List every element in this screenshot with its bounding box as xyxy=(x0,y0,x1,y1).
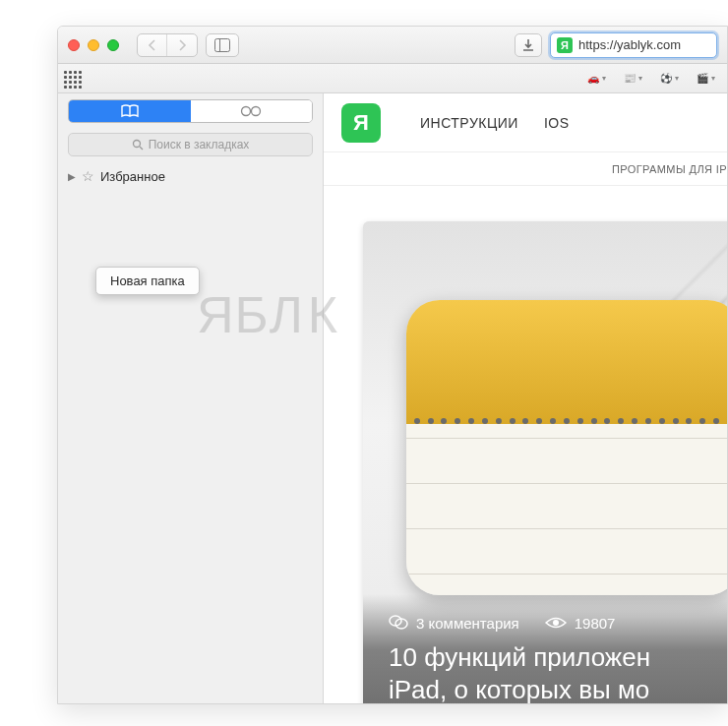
comments-count[interactable]: 3 комментария xyxy=(389,614,519,632)
context-menu-new-folder[interactable]: Новая папка xyxy=(110,273,185,288)
subnav-programs[interactable]: ПРОГРАММЫ ДЛЯ IP xyxy=(612,163,727,175)
search-placeholder: Поиск в закладках xyxy=(149,138,250,151)
extension-news[interactable]: 📰▾ xyxy=(624,73,642,84)
svg-line-6 xyxy=(140,147,143,150)
bookmarks-tab[interactable] xyxy=(69,100,191,122)
web-content: Я ИНСТРУКЦИИ IOS ПРОГРАММЫ ДЛЯ IP xyxy=(324,93,727,703)
svg-point-4 xyxy=(252,107,261,116)
reading-list-tab[interactable] xyxy=(191,100,313,122)
article-overlay: 3 комментария 19807 10 функций приложен … xyxy=(363,594,727,703)
book-icon xyxy=(120,104,140,118)
glasses-icon xyxy=(240,105,262,117)
nav-back-forward xyxy=(137,33,198,57)
titlebar: Я https://yablyk.com xyxy=(58,27,727,64)
clapper-icon: 🎬 xyxy=(697,73,708,84)
address-bar[interactable]: Я https://yablyk.com xyxy=(550,32,717,58)
nav-instructions[interactable]: ИНСТРУКЦИИ xyxy=(420,115,518,131)
minimize-window-button[interactable] xyxy=(88,39,99,51)
content-area: Поиск в закладках ▶ ☆ Избранное Новая па… xyxy=(58,93,727,703)
site-subnav: ПРОГРАММЫ ДЛЯ IP xyxy=(324,152,727,186)
article-headline: 10 функций приложен iPad, о которых вы м… xyxy=(389,641,727,703)
svg-point-3 xyxy=(242,107,251,116)
context-menu: Новая папка xyxy=(95,267,200,295)
zoom-window-button[interactable] xyxy=(107,39,119,51)
window-controls xyxy=(68,39,119,51)
downloads-button[interactable] xyxy=(515,33,542,57)
notes-app-icon xyxy=(406,300,727,595)
bookmarks-sidebar: Поиск в закладках ▶ ☆ Избранное Новая па… xyxy=(58,93,324,703)
extension-car[interactable]: 🚗▾ xyxy=(587,73,606,84)
url-text: https://yablyk.com xyxy=(578,37,681,52)
site-header: Я ИНСТРУКЦИИ IOS xyxy=(324,93,727,152)
sidebar-view-switcher xyxy=(68,99,313,123)
back-button[interactable] xyxy=(138,34,167,56)
svg-rect-0 xyxy=(215,38,230,51)
search-icon xyxy=(132,139,144,151)
car-icon: 🚗 xyxy=(587,73,599,84)
favorites-folder[interactable]: ▶ ☆ Избранное xyxy=(58,164,323,188)
extension-video[interactable]: 🎬▾ xyxy=(697,73,715,84)
svg-point-5 xyxy=(133,141,140,148)
close-window-button[interactable] xyxy=(68,39,80,51)
eye-icon xyxy=(545,616,567,630)
news-icon: 📰 xyxy=(624,73,636,84)
favorites-label: Избранное xyxy=(100,169,165,184)
forward-button[interactable] xyxy=(167,34,197,56)
sidebar-toggle-button[interactable] xyxy=(206,33,239,57)
disclosure-triangle-icon[interactable]: ▶ xyxy=(68,171,76,182)
extension-sports[interactable]: ⚽▾ xyxy=(660,73,679,84)
site-nav: ИНСТРУКЦИИ IOS xyxy=(420,115,570,131)
star-icon: ☆ xyxy=(82,168,94,184)
nav-ios[interactable]: IOS xyxy=(544,115,570,131)
article-card[interactable]: 3 комментария 19807 10 функций приложен … xyxy=(363,221,727,703)
browser-window: Я https://yablyk.com 🚗▾ 📰▾ ⚽▾ 🎬▾ xyxy=(57,26,728,704)
apps-grid-icon[interactable] xyxy=(64,71,82,89)
comments-icon xyxy=(389,614,408,632)
svg-point-9 xyxy=(553,620,559,626)
extensions-toolbar: 🚗▾ 📰▾ ⚽▾ 🎬▾ xyxy=(58,64,727,93)
bookmarks-search[interactable]: Поиск в закладках xyxy=(68,133,313,156)
views-count: 19807 xyxy=(545,615,616,632)
site-favicon: Я xyxy=(557,37,573,53)
ball-icon: ⚽ xyxy=(660,73,672,84)
site-logo[interactable]: Я xyxy=(341,103,381,143)
article-meta: 3 комментария 19807 xyxy=(389,614,727,632)
